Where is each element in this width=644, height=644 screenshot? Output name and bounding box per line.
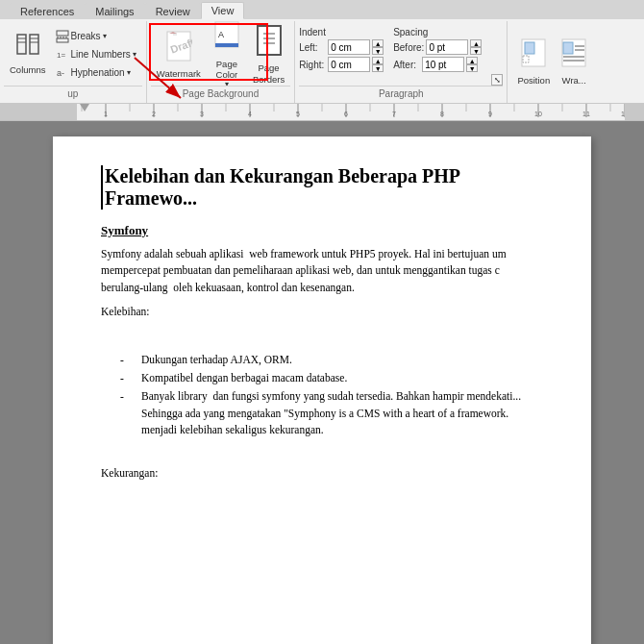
svg-rect-15 bbox=[215, 43, 238, 47]
dash-2: - bbox=[120, 370, 132, 386]
page-setup-items: Columns Breaks ▾ 1= Line N bbox=[4, 23, 142, 86]
expand-icon: ⤡ bbox=[494, 76, 501, 85]
columns-label: Columns bbox=[10, 64, 46, 75]
breaks-button[interactable]: Breaks ▾ bbox=[52, 28, 140, 45]
svg-text:7: 7 bbox=[392, 111, 396, 117]
page-color-button[interactable]: A PageColor ▾ bbox=[209, 28, 245, 82]
indent-left-label: Left: bbox=[299, 42, 326, 53]
paragraph-section: Indent Left: ▲ ▼ Right: ▲ ▼ bbox=[295, 21, 508, 103]
indent-group: Indent Left: ▲ ▼ Right: ▲ ▼ bbox=[299, 27, 384, 74]
page-borders-label: PageBorders bbox=[253, 62, 285, 85]
document-area: Kelebihan dan Kekurangan Beberapa PHP Fr… bbox=[0, 121, 644, 644]
spacer-1 bbox=[101, 323, 543, 352]
list-item-3-text: Banyak library dan fungsi symfony yang s… bbox=[141, 388, 521, 438]
indent-left-spinners: ▲ ▼ bbox=[372, 39, 384, 55]
ruler: 1 2 3 4 5 6 7 8 9 10 bbox=[0, 104, 644, 121]
spacing-after-spinners: ▲ ▼ bbox=[466, 57, 478, 72]
doc-list: - Dukungan terhadap AJAX, ORM. - Kompati… bbox=[120, 352, 543, 438]
svg-rect-17 bbox=[258, 26, 281, 55]
spacing-header: Spacing bbox=[393, 27, 482, 37]
spacer-2 bbox=[101, 448, 543, 467]
indent-label: Indent bbox=[299, 27, 326, 37]
symfony-heading: Symfony bbox=[101, 223, 543, 238]
indent-left-input[interactable] bbox=[328, 39, 370, 55]
arrange-section: Position Wra... bbox=[508, 21, 598, 103]
list-item-2: - Kompatibel dengan berbagai macam datab… bbox=[120, 370, 543, 386]
list-item-3: - Banyak library dan fungsi symfony yang… bbox=[120, 388, 543, 438]
svg-text:4: 4 bbox=[248, 111, 252, 117]
indent-left-row: Left: ▲ ▼ bbox=[299, 39, 384, 55]
kelebihan-label: Kelebihan: bbox=[101, 306, 543, 317]
indent-left-down[interactable]: ▼ bbox=[372, 47, 384, 55]
spacing-after-up[interactable]: ▲ bbox=[466, 57, 478, 64]
position-button[interactable]: Position bbox=[513, 36, 554, 89]
document-page: Kelebihan dan Kekurangan Beberapa PHP Fr… bbox=[53, 136, 591, 644]
indent-left-up[interactable]: ▲ bbox=[372, 39, 384, 47]
document-title: Kelebihan dan Kekurangan Beberapa PHP Fr… bbox=[101, 165, 543, 210]
spacing-after-down[interactable]: ▼ bbox=[466, 64, 478, 72]
dash-1: - bbox=[120, 352, 132, 368]
indent-right-spinners: ▲ ▼ bbox=[372, 57, 384, 72]
svg-rect-1 bbox=[30, 35, 38, 54]
symfony-intro: Symfony adalah sebuah aplikasi web frame… bbox=[101, 246, 543, 296]
svg-text:1: 1 bbox=[104, 111, 108, 117]
position-icon bbox=[521, 38, 546, 73]
spacing-after-input[interactable] bbox=[422, 57, 464, 72]
svg-text:8: 8 bbox=[440, 111, 444, 117]
columns-icon bbox=[16, 33, 39, 62]
tab-review[interactable]: Review bbox=[145, 3, 201, 19]
svg-line-31 bbox=[135, 58, 181, 98]
spacing-before-input[interactable] bbox=[426, 39, 468, 55]
spacing-before-row: Before: ▲ ▼ bbox=[393, 39, 482, 55]
page-borders-button[interactable]: PageBorders bbox=[249, 28, 288, 82]
page-borders-icon bbox=[256, 24, 283, 61]
svg-rect-6 bbox=[57, 31, 68, 36]
tab-mailings[interactable]: Mailings bbox=[85, 3, 144, 19]
list-item-2-text: Kompatibel dengan berbagai macam databas… bbox=[141, 370, 347, 386]
svg-text:12: 12 bbox=[621, 111, 625, 117]
svg-rect-25 bbox=[563, 42, 573, 54]
svg-text:11: 11 bbox=[582, 111, 590, 117]
svg-rect-22 bbox=[525, 42, 534, 54]
wrap-icon bbox=[561, 38, 586, 73]
spacing-before-spinners: ▲ ▼ bbox=[470, 39, 482, 55]
svg-text:9: 9 bbox=[488, 111, 492, 117]
wrap-label: Wra... bbox=[562, 75, 586, 86]
indent-spacing-content: Indent Left: ▲ ▼ Right: ▲ ▼ bbox=[299, 23, 503, 86]
line-numbers-icon: 1= bbox=[56, 48, 69, 62]
spacing-before-label: Before: bbox=[393, 42, 424, 53]
list-item-1-text: Dukungan terhadap AJAX, ORM. bbox=[141, 352, 292, 368]
svg-text:A: A bbox=[218, 30, 224, 39]
ruler-right-margin bbox=[625, 104, 644, 120]
svg-text:a-: a- bbox=[57, 68, 64, 78]
arrange-items: Position Wra... bbox=[511, 23, 594, 101]
svg-text:1=: 1= bbox=[57, 51, 65, 60]
tab-view[interactable]: View bbox=[201, 2, 245, 19]
ribbon-tabs: References Mailings Review View bbox=[0, 0, 644, 19]
svg-text:6: 6 bbox=[344, 111, 348, 117]
svg-text:5: 5 bbox=[296, 111, 300, 117]
indent-right-down[interactable]: ▼ bbox=[372, 64, 384, 72]
spacing-label: Spacing bbox=[393, 27, 428, 37]
cursor-marker bbox=[82, 104, 87, 120]
hyphenation-label: Hyphenation bbox=[71, 67, 125, 78]
tab-references[interactable]: References bbox=[10, 3, 85, 19]
indent-right-input[interactable] bbox=[328, 57, 370, 72]
spacing-before-down[interactable]: ▼ bbox=[470, 47, 482, 55]
page-color-label: PageColor bbox=[216, 59, 238, 81]
breaks-icon bbox=[56, 30, 69, 43]
kekurangan-label: Kekurangan: bbox=[101, 467, 543, 479]
breaks-label: Breaks bbox=[71, 31, 101, 41]
paragraph-title: Paragraph bbox=[299, 86, 503, 101]
columns-button[interactable]: Columns bbox=[6, 28, 50, 82]
breaks-arrow: ▾ bbox=[103, 32, 107, 40]
wrap-button[interactable]: Wra... bbox=[556, 36, 592, 89]
indent-right-up[interactable]: ▲ bbox=[372, 57, 384, 64]
svg-text:3: 3 bbox=[200, 111, 204, 117]
dash-3: - bbox=[120, 388, 132, 438]
spacing-group: Spacing Before: ▲ ▼ After: ▲ ▼ bbox=[393, 27, 482, 74]
ruler-main: 1 2 3 4 5 6 7 8 9 10 bbox=[77, 104, 625, 120]
paragraph-expand[interactable]: ⤡ bbox=[491, 74, 503, 86]
svg-text:2: 2 bbox=[152, 111, 156, 117]
spacing-before-up[interactable]: ▲ bbox=[470, 39, 482, 47]
